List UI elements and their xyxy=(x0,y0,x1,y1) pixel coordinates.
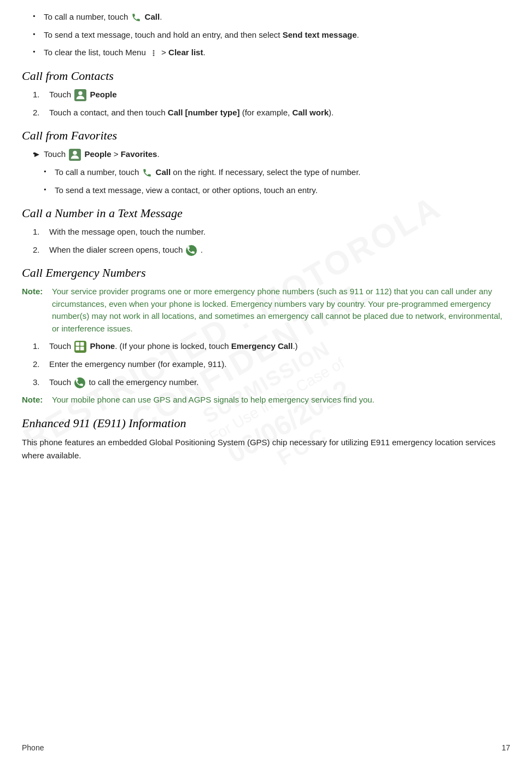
heading-e911: Enhanced 911 (E911) Information xyxy=(22,416,510,430)
call-icon-2 xyxy=(142,168,152,178)
svg-rect-7 xyxy=(76,347,80,351)
bullet-item-1: To call a number, touch Call. xyxy=(33,11,510,24)
bullet-text-1b: Call. xyxy=(145,12,162,21)
bullet-text-3a: To clear the list, touch Menu xyxy=(44,48,148,57)
emerg-num-1: 1. xyxy=(33,340,40,353)
contacts-step-1-bold: People xyxy=(90,90,116,99)
note-content-2: Your mobile phone can use GPS and AGPS s… xyxy=(52,394,510,406)
bullet-text-2: To send a text message, touch and hold a… xyxy=(44,30,359,39)
favorites-text-2: People > Favorites. xyxy=(84,149,159,159)
contacts-step-2: 2. Touch a contact, and then touch Call … xyxy=(33,107,510,119)
emerg-step-3-text-a: Touch xyxy=(49,377,73,387)
text-msg-step-2-text-a: When the dialer screen opens, touch xyxy=(49,245,185,254)
footer-left: Phone xyxy=(22,743,44,752)
favorites-sub-bullets: To call a number, touch Call on the righ… xyxy=(33,166,510,196)
fav-sub-1-text-b: Call on the right. If necessary, select … xyxy=(156,167,361,177)
favorites-sub-1: To call a number, touch Call on the righ… xyxy=(44,166,510,179)
favorites-list: ► Touch People > Favorites. xyxy=(22,148,510,161)
note-block-1: Note: Your service provider programs one… xyxy=(22,286,510,335)
note-label-2: Note: xyxy=(22,394,52,406)
text-message-list: 1. With the message open, touch the numb… xyxy=(22,226,510,256)
heading-emergency: Call Emergency Numbers xyxy=(22,266,510,280)
step-num-1: 1. xyxy=(33,89,40,101)
fav-sub-2-text: To send a text message, view a contact, … xyxy=(55,185,318,195)
svg-rect-6 xyxy=(80,342,84,346)
emerg-num-3: 3. xyxy=(33,376,40,389)
call-icon-1 xyxy=(131,13,141,22)
text-msg-num-2: 2. xyxy=(33,244,40,257)
svg-point-3 xyxy=(79,91,83,95)
bullet-text-3b: > Clear list. xyxy=(161,48,205,57)
bullet-text-1a: To call a number, touch xyxy=(44,12,130,21)
emerg-step-1-text-b: Phone. (If your phone is locked, touch E… xyxy=(90,341,297,351)
emerg-num-2: 2. xyxy=(33,358,40,371)
footer-right: 17 xyxy=(501,743,510,752)
contacts-step-1: 1. Touch People xyxy=(33,89,510,101)
heading-call-text-message: Call a Number in a Text Message xyxy=(22,206,510,220)
favorites-sub-2: To send a text message, view a contact, … xyxy=(44,184,510,197)
phone-app-icon xyxy=(74,341,86,353)
emergency-step-3: 3. Touch to call the emergency number. xyxy=(33,376,510,389)
heading-call-from-favorites: Call from Favorites xyxy=(22,129,510,143)
bullet-item-2: To send a text message, touch and hold a… xyxy=(33,29,510,42)
svg-point-0 xyxy=(153,50,154,52)
emerg-step-2-text: Enter the emergency number (for example,… xyxy=(49,359,226,369)
step-num-2: 2. xyxy=(33,107,40,119)
text-msg-step-1-text: With the message open, touch the number. xyxy=(49,227,206,236)
people-icon-2 xyxy=(69,149,81,161)
note-label-1: Note: xyxy=(22,286,52,335)
intro-bullets: To call a number, touch Call. To send a … xyxy=(22,11,510,59)
svg-rect-8 xyxy=(80,347,84,351)
emerg-step-1-text-a: Touch xyxy=(49,341,73,351)
page-footer: Phone 17 xyxy=(22,743,510,752)
emergency-step-1: 1. Touch Phone. (If your phone is locked… xyxy=(33,340,510,353)
heading-call-from-contacts: Call from Contacts xyxy=(22,69,510,83)
phone-green-icon-2 xyxy=(74,377,85,388)
svg-rect-5 xyxy=(76,342,80,346)
call-from-contacts-list: 1. Touch People 2. Touch a contact, and … xyxy=(22,89,510,119)
text-msg-step-2: 2. When the dialer screen opens, touch . xyxy=(33,244,510,257)
contacts-step-2-text: Touch a contact, and then touch Call [nu… xyxy=(49,108,334,117)
e911-paragraph: This phone features an embedded Global P… xyxy=(22,436,510,462)
favorites-item-1: ► Touch People > Favorites. xyxy=(33,148,510,161)
favorites-text-1: Touch xyxy=(44,149,68,159)
people-icon-1 xyxy=(74,89,86,101)
svg-point-2 xyxy=(153,55,154,56)
emergency-step-2: 2. Enter the emergency number (for examp… xyxy=(33,358,510,371)
arrow-icon: ► xyxy=(33,148,41,161)
fav-sub-1-text-a: To call a number, touch xyxy=(55,167,141,177)
svg-point-1 xyxy=(153,53,154,54)
emergency-list: 1. Touch Phone. (If your phone is locked… xyxy=(22,340,510,388)
text-msg-step-2-text-b: . xyxy=(201,245,203,254)
text-msg-num-1: 1. xyxy=(33,226,40,238)
bullet-item-3: To clear the list, touch Menu > Clear li… xyxy=(33,46,510,59)
contacts-step-1-text: Touch xyxy=(49,90,73,99)
menu-icon xyxy=(149,49,158,57)
note-content-1: Your service provider programs one or mo… xyxy=(52,286,510,335)
note-block-2: Note: Your mobile phone can use GPS and … xyxy=(22,394,510,406)
svg-point-4 xyxy=(73,151,77,155)
phone-green-icon-1 xyxy=(186,245,197,256)
text-msg-step-1: 1. With the message open, touch the numb… xyxy=(33,226,510,238)
page-content: To call a number, touch Call. To send a … xyxy=(22,11,510,462)
emerg-step-3-text-b: to call the emergency number. xyxy=(89,377,198,387)
